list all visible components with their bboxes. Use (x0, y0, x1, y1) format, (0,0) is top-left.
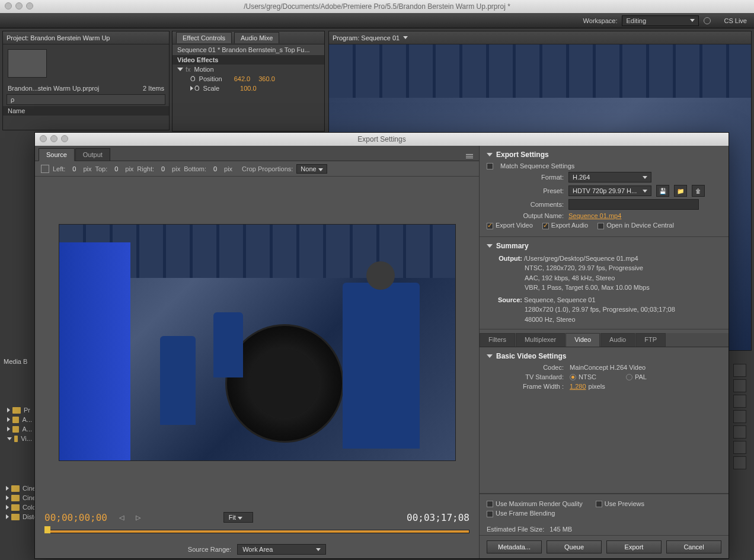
metadata-button[interactable]: Metadata... (487, 540, 542, 553)
project-thumb[interactable] (8, 49, 47, 78)
fx-folder[interactable]: A... (4, 415, 36, 424)
comments-input[interactable] (568, 199, 699, 210)
crop-proportions-dropdown[interactable]: None (296, 164, 327, 174)
tab-video[interactable]: Video (566, 333, 600, 347)
tab-effect-controls[interactable]: Effect Controls (176, 32, 232, 43)
motion-effect[interactable]: fx Motion (172, 65, 324, 74)
workspace-label: Workspace: (583, 17, 618, 24)
crop-icon[interactable] (41, 165, 49, 173)
open-device-checkbox[interactable] (598, 223, 604, 229)
zoom-tool[interactable] (733, 456, 746, 469)
scale-value[interactable]: 100.0 (240, 85, 257, 92)
unit-pix: pix (172, 165, 180, 172)
pen-tool[interactable] (733, 425, 746, 439)
scale-label: Scale (203, 85, 220, 92)
summary-source-label: Source: (493, 295, 522, 305)
queue-button[interactable]: Queue (547, 540, 602, 553)
crop-left-value[interactable]: 0 (69, 165, 79, 172)
zoom-fit-dropdown[interactable]: Fit (223, 512, 253, 523)
delete-preset-icon[interactable]: 🗑 (692, 185, 705, 197)
crop-top-value[interactable]: 0 (111, 165, 122, 172)
media-browser-label[interactable]: Media B (4, 358, 27, 365)
source-range-dropdown[interactable]: Work Area (237, 544, 326, 555)
crop-bottom-value[interactable]: 0 (210, 165, 221, 172)
tab-multiplexer[interactable]: Multiplexer (516, 333, 565, 347)
out-handle-icon[interactable]: ▷ (136, 514, 140, 521)
use-previews-checkbox[interactable] (596, 501, 602, 507)
fx-folder[interactable]: Vi... (4, 434, 36, 443)
max-quality-checkbox[interactable] (487, 501, 493, 507)
crop-right-label: Right: (137, 165, 154, 172)
scrub-bar[interactable] (35, 526, 479, 540)
frame-blending-checkbox[interactable] (487, 511, 493, 517)
minimize-window[interactable] (15, 2, 23, 9)
preview-image[interactable] (59, 224, 456, 461)
hand-tool[interactable] (733, 441, 746, 454)
format-label: Format: (487, 174, 564, 181)
tab-audio-mixer[interactable]: Audio Mixe (234, 32, 279, 43)
estimated-size-value: 145 MB (549, 526, 572, 533)
project-filename: Brandon...stein Warm Up.prproj (8, 85, 99, 92)
tab-source[interactable]: Source (39, 148, 75, 161)
playhead[interactable] (44, 526, 50, 533)
position-label: Position (199, 75, 222, 82)
export-button[interactable]: Export (606, 540, 662, 553)
scale-property[interactable]: Ö Scale 100.0 (172, 84, 324, 93)
razor-tool[interactable] (733, 395, 746, 408)
program-title: Program: Sequence 01 (333, 34, 400, 41)
save-preset-icon[interactable]: 💾 (656, 185, 669, 197)
slip-tool[interactable] (733, 410, 746, 423)
dialog-close[interactable] (40, 135, 47, 142)
name-column-header[interactable]: Name (3, 106, 169, 116)
search-icon[interactable] (704, 17, 711, 24)
workspace-value: Editing (626, 17, 646, 24)
dialog-zoom[interactable] (61, 135, 68, 142)
fx-folder[interactable]: A... (4, 424, 36, 434)
basic-video-header[interactable]: Basic Video Settings (487, 352, 721, 360)
format-dropdown[interactable]: H.264 (568, 172, 651, 183)
close-window[interactable] (5, 2, 12, 9)
cs-live-link[interactable]: CS Live (724, 17, 747, 24)
position-property[interactable]: Ö Position 642.0 360.0 (172, 74, 324, 84)
crop-proportions-label: Crop Proportions: (242, 165, 293, 172)
workspace-dropdown[interactable]: Editing (622, 15, 699, 26)
import-preset-icon[interactable]: 📁 (674, 185, 687, 197)
position-y[interactable]: 360.0 (258, 75, 275, 82)
ripple-tool[interactable] (733, 379, 746, 392)
preview-tabs: Source Output (35, 146, 479, 161)
tab-ftp[interactable]: FTP (635, 333, 666, 347)
summary-header[interactable]: Summary (487, 242, 721, 250)
export-audio-checkbox[interactable] (542, 223, 549, 229)
settings-tabs: Filters Multiplexer Video Audio FTP (480, 333, 729, 347)
zoom-window[interactable] (26, 2, 33, 9)
export-preview-pane: Source Output Left:0pix Top:0pix Right:0… (35, 146, 480, 558)
fx-folder[interactable]: Pr (4, 405, 36, 415)
position-x[interactable]: 642.0 (234, 75, 251, 82)
frame-width-value[interactable]: 1,280 (570, 383, 586, 390)
export-video-checkbox[interactable] (487, 223, 493, 229)
panel-menu-icon[interactable] (464, 151, 475, 161)
tab-filters[interactable]: Filters (480, 333, 515, 347)
summary-output: Output: /Users/greg/Desktop/Sequence 01.… (487, 254, 721, 325)
fx-label: A... (22, 416, 32, 423)
dialog-minimize[interactable] (50, 135, 57, 142)
workspace-bar: Workspace: Editing CS Live (0, 13, 754, 28)
selection-tool[interactable] (733, 364, 746, 377)
export-settings-header[interactable]: Export Settings (487, 151, 721, 159)
preset-dropdown[interactable]: HDTV 720p 29.97 H... (568, 185, 651, 196)
in-timecode[interactable]: 00;00;00;00 (44, 512, 107, 523)
pal-radio[interactable] (626, 374, 632, 380)
tab-output[interactable]: Output (75, 148, 110, 161)
match-sequence-checkbox[interactable] (487, 163, 493, 169)
export-settings-dialog: Export Settings Source Output Left:0pix … (34, 132, 729, 559)
in-handle-icon[interactable]: ◁ (119, 514, 124, 521)
output-name-link[interactable]: Sequence 01.mp4 (568, 212, 621, 219)
project-search[interactable]: ρ (7, 94, 165, 105)
tab-audio[interactable]: Audio (600, 333, 635, 347)
ntsc-radio[interactable] (570, 374, 576, 380)
project-panel: Project: Brandon Berstein Warm Up Brando… (2, 31, 170, 130)
crop-right-value[interactable]: 0 (158, 165, 168, 172)
use-previews-label: Use Previews (605, 500, 644, 507)
out-timecode: 00;03;17;08 (407, 512, 469, 523)
cancel-button[interactable]: Cancel (666, 540, 721, 553)
